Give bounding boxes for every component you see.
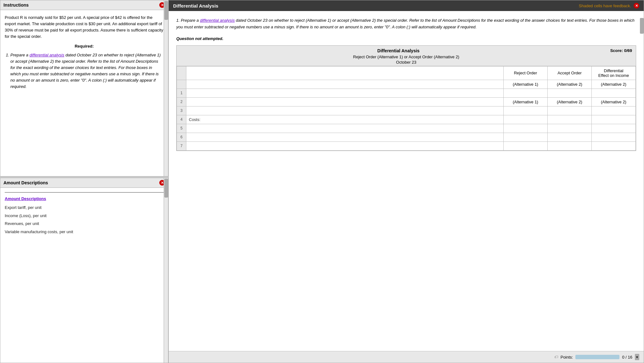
right-panel-close-button[interactable]: ✕	[634, 3, 639, 9]
row-5-diff[interactable]	[592, 124, 636, 133]
instructions-content: Product R is normally sold for $52 per u…	[0, 10, 168, 176]
row-6-desc-input[interactable]	[189, 135, 501, 140]
row-4-accept	[548, 115, 592, 124]
row-5-accept[interactable]	[548, 124, 592, 133]
row-5-num: 5	[177, 124, 186, 133]
table-row: 2 (Alternative 1) (Alternative 2) (Alter…	[177, 97, 636, 106]
row-5-accept-input[interactable]	[550, 126, 589, 131]
row-7-num: 7	[177, 141, 186, 150]
right-panel: Differential Analysis Shaded cells have …	[168, 0, 644, 363]
col-diff-header: DifferentialEffect on Income	[592, 66, 636, 80]
right-instruction-text: 1. Prepare a differential analysis dated…	[176, 17, 636, 31]
row-3-accept[interactable]	[548, 106, 592, 115]
instructions-header: Instructions ✕	[0, 0, 168, 10]
differential-label: DifferentialEffect on Income	[598, 68, 629, 78]
row-1-accept-input[interactable]	[550, 91, 589, 95]
row-7-reject[interactable]	[504, 141, 548, 150]
points-label: Points:	[561, 355, 573, 360]
points-icon: 🏷	[554, 355, 558, 359]
row-5-reject-input[interactable]	[506, 126, 545, 131]
row-3-num: 3	[177, 106, 186, 115]
row-2-desc	[186, 97, 504, 106]
table-subtitle: Reject Order (Alternative 1) or Accept O…	[177, 55, 636, 59]
row-6-diff[interactable]	[592, 133, 636, 141]
row-3-diff[interactable]	[592, 106, 636, 115]
alt1-label: (Alternative 1)	[513, 82, 538, 87]
row-5-desc-input[interactable]	[189, 126, 501, 131]
diff-analysis-link-instructions[interactable]: differential analysis	[30, 53, 65, 57]
row-6-diff-input[interactable]	[594, 135, 633, 140]
row-1-reject-input[interactable]	[506, 91, 545, 95]
row-6-reject[interactable]	[504, 133, 548, 141]
amount-item-2: Income (Loss), per unit	[5, 212, 164, 220]
row-2-alt1-text: (Alternative 1)	[513, 100, 538, 104]
diff-analysis-link-right[interactable]: differential analysis	[200, 18, 235, 23]
col-accept-header: Accept Order	[548, 66, 592, 80]
col-reject-header: Reject Order	[504, 66, 548, 80]
row-7-desc-input[interactable]	[189, 144, 501, 148]
row-1-reject[interactable]	[504, 89, 548, 97]
score-label: Score: 0/69	[610, 48, 632, 53]
row-7-diff-input[interactable]	[594, 144, 633, 148]
row-5-reject[interactable]	[504, 124, 548, 133]
row-7-diff[interactable]	[592, 141, 636, 150]
table-header-row-1: Reject Order Accept Order DifferentialEf…	[177, 66, 636, 80]
col-alt2-accept-header: (Alternative 2)	[548, 80, 592, 89]
amount-descriptions-content: Amount Descriptions Export tariff, per u…	[0, 188, 168, 363]
amount-divider	[5, 192, 164, 193]
row-2-reject: (Alternative 1)	[504, 97, 548, 106]
not-attempted-text: Question not attempted.	[176, 36, 636, 41]
row-6-accept-input[interactable]	[550, 135, 589, 140]
row-2-accept: (Alternative 2)	[548, 97, 592, 106]
col-num-header-2	[177, 80, 186, 89]
row-3-diff-input[interactable]	[594, 108, 633, 113]
right-footer: 🏷 Points: 0 / 16 ▼	[169, 351, 644, 363]
row-7-accept[interactable]	[548, 141, 592, 150]
row-2-diff: (Alternative 2)	[592, 97, 636, 106]
table-row: 7	[177, 141, 636, 150]
row-1-diff-input[interactable]	[594, 91, 633, 95]
table-row: 5	[177, 124, 636, 133]
row-1-accept[interactable]	[548, 89, 592, 97]
points-bar-background	[575, 355, 619, 359]
row-7-desc[interactable]	[186, 141, 504, 150]
row-5-desc[interactable]	[186, 124, 504, 133]
row-3-reject[interactable]	[504, 106, 548, 115]
instructions-body: Product R is normally sold for $52 per u…	[5, 14, 164, 40]
row-1-desc-input[interactable]	[189, 91, 501, 95]
differential-table: Reject Order Accept Order DifferentialEf…	[177, 66, 636, 151]
row-7-reject-input[interactable]	[506, 144, 545, 148]
row-4-reject	[504, 115, 548, 124]
row-2-num: 2	[177, 97, 186, 106]
right-panel-title: Differential Analysis	[173, 3, 218, 9]
left-panel: Instructions ✕ Product R is normally sol…	[0, 0, 168, 363]
shaded-feedback-text: Shaded cells have feedback.	[579, 3, 631, 8]
row-2-alt2-text: (Alternative 2)	[557, 100, 582, 104]
row-3-desc-input[interactable]	[189, 108, 501, 113]
row-7-accept-input[interactable]	[550, 144, 589, 148]
points-bar-wrapper	[575, 355, 619, 359]
instructions-scrollbar[interactable]	[164, 0, 168, 176]
row-3-desc[interactable]	[186, 106, 504, 115]
amount-descriptions-box: Amount Descriptions ✕ Amount Description…	[0, 178, 168, 363]
row-1-desc[interactable]	[186, 89, 504, 97]
row-5-diff-input[interactable]	[594, 126, 633, 131]
instructions-scrollbar-thumb	[164, 1, 168, 20]
table-title-row: Differential Analysis Score: 0/69	[177, 48, 636, 53]
row-1-diff[interactable]	[592, 89, 636, 97]
row-6-reject-input[interactable]	[506, 135, 545, 140]
row-6-accept[interactable]	[548, 133, 592, 141]
table-main-title: Differential Analysis	[187, 48, 610, 53]
col-desc-header	[186, 66, 504, 80]
amount-descriptions-link[interactable]: Amount Descriptions	[5, 195, 164, 202]
alt2-diff-label: (Alternative 2)	[601, 82, 626, 87]
chevron-down-icon: ▼	[636, 355, 639, 359]
row-1-num: 1	[177, 89, 186, 97]
footer-expand-button[interactable]: ▼	[635, 354, 639, 360]
row-3-reject-input[interactable]	[506, 108, 545, 113]
amount-scrollbar[interactable]	[164, 178, 168, 363]
row-3-accept-input[interactable]	[550, 108, 589, 113]
right-scrollbar-thumb	[640, 18, 644, 34]
table-row: 3	[177, 106, 636, 115]
row-6-desc[interactable]	[186, 133, 504, 141]
